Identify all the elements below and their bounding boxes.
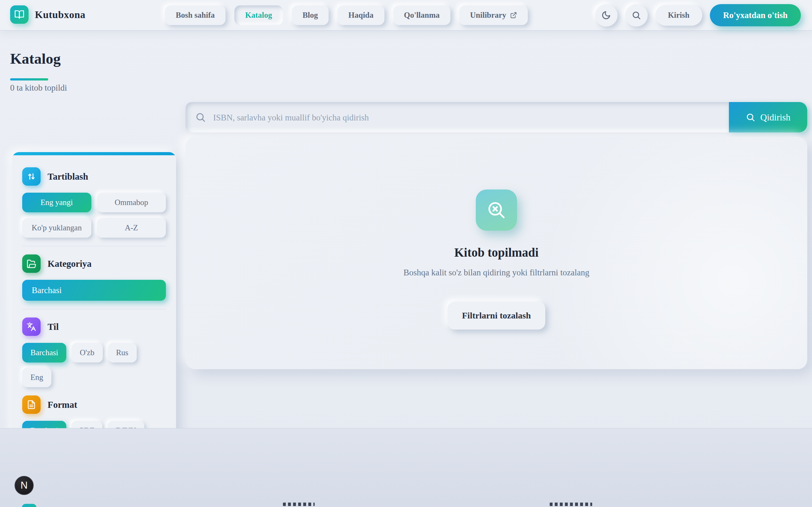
filter-sidebar: Tartiblash Eng yangi Ommabop Ko'p yuklan… bbox=[12, 152, 176, 453]
moon-icon bbox=[601, 10, 611, 20]
footer-logo-icon bbox=[22, 504, 37, 507]
catalog-search-input[interactable] bbox=[212, 102, 721, 133]
language-section-title: Til bbox=[48, 322, 59, 332]
divider bbox=[22, 246, 166, 246]
search-submit-button[interactable]: Qidirish bbox=[729, 102, 807, 132]
empty-state-subtitle: Boshqa kalit so'z bilan qidiring yoki fi… bbox=[403, 268, 589, 278]
title-underline bbox=[10, 78, 48, 80]
language-options: Barchasi O'zb Rus Eng bbox=[22, 343, 166, 387]
nav-item-haqida[interactable]: Haqida bbox=[338, 5, 384, 25]
theme-toggle-button[interactable] bbox=[595, 4, 618, 26]
register-button[interactable]: Ro'yxatdan o'tish bbox=[710, 4, 801, 26]
book-open-icon bbox=[10, 5, 29, 24]
sort-option-eng-yangi[interactable]: Eng yangi bbox=[22, 193, 91, 212]
language-option-eng[interactable]: Eng bbox=[22, 368, 51, 387]
translate-icon bbox=[22, 318, 41, 336]
brand-title: Kutubxona bbox=[35, 9, 85, 20]
search-icon bbox=[746, 112, 755, 122]
search-icon bbox=[631, 10, 641, 20]
sort-options: Eng yangi Ommabop Ko'p yuklangan A-Z bbox=[22, 193, 166, 238]
category-section-header: Kategoriya bbox=[22, 255, 166, 273]
nav-item-katalog[interactable]: Katalog bbox=[235, 5, 283, 25]
language-option-ozb[interactable]: O'zb bbox=[71, 343, 102, 362]
sort-section-header: Tartiblash bbox=[22, 167, 166, 186]
external-link-icon bbox=[510, 12, 517, 19]
footer-heading-partial bbox=[283, 503, 315, 506]
nav-item-blog[interactable]: Blog bbox=[292, 5, 329, 25]
nav-item-label: Unilibrary bbox=[470, 11, 506, 20]
search-icon bbox=[195, 112, 206, 123]
language-option-barchasi[interactable]: Barchasi bbox=[22, 343, 66, 362]
sort-option-a-z[interactable]: A-Z bbox=[97, 218, 166, 238]
category-section-title: Kategoriya bbox=[48, 259, 92, 269]
footer-heading-partial bbox=[550, 503, 592, 506]
header-actions: Kirish Ro'yxatdan o'tish bbox=[595, 4, 801, 26]
language-option-rus[interactable]: Rus bbox=[108, 343, 137, 362]
main-nav: Bosh sahifa Katalog Blog Haqida Qo'llanm… bbox=[165, 5, 528, 25]
sort-icon bbox=[22, 167, 41, 186]
header: Kutubxona Bosh sahifa Katalog Blog Haqid… bbox=[0, 0, 812, 30]
nav-item-bosh-sahifa[interactable]: Bosh sahifa bbox=[165, 5, 225, 25]
nav-item-qollanma[interactable]: Qo'llanma bbox=[393, 5, 451, 25]
empty-state-title: Kitob topilmadi bbox=[454, 245, 538, 260]
nav-item-unilibrary[interactable]: Unilibrary bbox=[459, 5, 528, 25]
folder-open-icon bbox=[22, 255, 41, 273]
file-text-icon bbox=[22, 395, 41, 414]
page-title: Katalog bbox=[10, 50, 61, 67]
sort-option-ommabop[interactable]: Ommabop bbox=[97, 193, 166, 212]
app-logo-link[interactable]: Kutubxona bbox=[10, 5, 85, 24]
search-x-icon bbox=[476, 189, 517, 231]
login-button[interactable]: Kirish bbox=[655, 5, 702, 26]
footer-partial: N bbox=[0, 429, 812, 507]
catalog-searchbar: Qidirish bbox=[186, 102, 807, 132]
sort-option-kop-yuklangan[interactable]: Ko'p yuklangan bbox=[22, 218, 91, 238]
header-search-button[interactable] bbox=[625, 4, 648, 26]
results-panel: Kitob topilmadi Boshqa kalit so'z bilan … bbox=[186, 137, 807, 369]
result-count: 0 ta kitob topildi bbox=[10, 83, 67, 93]
clear-filters-button[interactable]: Filtrlarni tozalash bbox=[448, 302, 546, 330]
nextjs-dev-badge[interactable]: N bbox=[14, 476, 34, 495]
catalog-page: Kutubxona Bosh sahifa Katalog Blog Haqid… bbox=[0, 0, 812, 507]
divider bbox=[22, 309, 166, 309]
language-section-header: Til bbox=[22, 318, 166, 336]
sort-section-title: Tartiblash bbox=[48, 171, 88, 182]
search-submit-label: Qidirish bbox=[760, 112, 791, 123]
format-section-title: Format bbox=[48, 400, 77, 410]
format-section-header: Format bbox=[22, 395, 166, 414]
category-option-barchasi[interactable]: Barchasi bbox=[22, 280, 166, 301]
